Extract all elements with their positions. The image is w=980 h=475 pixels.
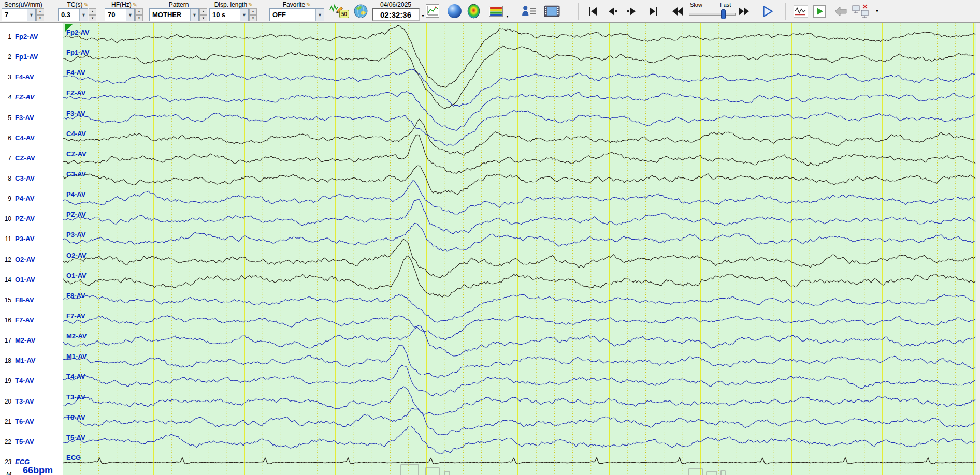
- channel-row-P4-AV[interactable]: 9P4-AV: [0, 195, 63, 204]
- edit-pencil-icon[interactable]: ✎: [133, 2, 137, 8]
- hf-spinner[interactable]: ▲▼: [135, 8, 143, 21]
- network-options-arrow[interactable]: ▼: [875, 9, 879, 13]
- waveform-review-button[interactable]: [794, 5, 808, 18]
- notch-filter-button[interactable]: 50: [339, 10, 349, 18]
- channel-row-Fp1-AV[interactable]: 2Fp1-AV: [0, 53, 63, 62]
- channel-row-T6-AV[interactable]: 21T6-AV: [0, 418, 63, 427]
- video-icon: [544, 5, 560, 18]
- topography-map-button[interactable]: [466, 4, 481, 19]
- network-button[interactable]: [852, 4, 869, 19]
- channel-row-T4-AV[interactable]: 19T4-AV: [0, 377, 63, 386]
- channel-row-PZ-AV[interactable]: 10PZ-AV: [0, 215, 63, 224]
- globe-button[interactable]: [353, 4, 368, 19]
- edit-pencil-icon[interactable]: ✎: [248, 2, 253, 8]
- edit-pencil-icon[interactable]: ✎: [83, 2, 88, 8]
- step-forward-icon: [626, 5, 638, 18]
- channel-sidebar: 66bpm M 1Fp2-AV2Fp1-AV3F4-AV4FZ-AV5F3-AV…: [0, 23, 63, 475]
- channel-row-M2-AV[interactable]: 17M2-AV: [0, 337, 63, 346]
- pattern-spinner[interactable]: ▲▼: [199, 8, 207, 21]
- dsa-button[interactable]: [489, 6, 503, 17]
- trace-FZ-AV: [63, 91, 975, 130]
- trace-ECG: [63, 457, 976, 464]
- skip-to-end-button[interactable]: [647, 5, 660, 18]
- channel-row-F3-AV[interactable]: 5F3-AV: [0, 114, 63, 123]
- speed-slider-track[interactable]: [689, 13, 736, 16]
- channel-number: 10: [0, 215, 11, 222]
- speed-slider[interactable]: [689, 8, 736, 21]
- date-label: 04/06/2025: [372, 1, 420, 8]
- trace-T3-AV: [63, 387, 975, 415]
- chevron-down-icon[interactable]: ▼: [79, 9, 88, 21]
- channel-label: Fp2-AV: [15, 33, 38, 40]
- vertical-scrollbar[interactable]: [976, 23, 980, 475]
- channel-row-T5-AV[interactable]: 22T5-AV: [0, 438, 63, 447]
- sensitivity-dropdown[interactable]: 7 ▼: [2, 8, 36, 21]
- eeg-traces: [63, 25, 976, 464]
- dsa-spectrogram-icon: [489, 6, 503, 17]
- chevron-down-icon[interactable]: ▼: [27, 9, 35, 21]
- speed-slider-thumb[interactable]: [721, 9, 726, 19]
- channel-label: F7-AV: [15, 316, 34, 324]
- channel-row-Fp2-AV[interactable]: 1Fp2-AV: [0, 33, 63, 42]
- video-button[interactable]: [544, 5, 560, 18]
- channel-row-O1-AV[interactable]: 14O1-AV: [0, 276, 63, 285]
- waveform-review-icon: [794, 5, 808, 18]
- pattern-dropdown[interactable]: MOTHER ▼: [149, 8, 199, 21]
- channel-row-T3-AV[interactable]: 20T3-AV: [0, 398, 63, 407]
- sensitivity-spinner[interactable]: ▲▼: [36, 8, 44, 21]
- fast-forward-button[interactable]: [738, 5, 750, 18]
- time-options-arrow[interactable]: ▼: [421, 14, 425, 18]
- skip-to-start-button[interactable]: [586, 5, 599, 18]
- display-length-spinner[interactable]: ▲▼: [249, 8, 257, 21]
- auto-play-button[interactable]: [813, 5, 826, 18]
- channel-number: 4: [0, 94, 11, 101]
- chevron-down-icon[interactable]: ▼: [315, 9, 324, 21]
- channel-number: 7: [0, 155, 11, 162]
- channel-row-CZ-AV[interactable]: 7CZ-AV: [0, 155, 63, 164]
- trace-T4-AV: [63, 365, 975, 396]
- patient-info-button[interactable]: [521, 4, 537, 18]
- edit-pencil-icon[interactable]: ✎: [306, 2, 311, 8]
- tc-dropdown[interactable]: 0.3 ▼: [58, 8, 88, 21]
- play-button[interactable]: [760, 5, 774, 18]
- channel-row-F7-AV[interactable]: 16F7-AV: [0, 317, 63, 325]
- brain-3d-map-button[interactable]: [446, 3, 463, 19]
- channel-label: T6-AV: [15, 418, 34, 425]
- step-back-button[interactable]: [606, 5, 618, 18]
- channel-row-C4-AV[interactable]: 6C4-AV: [0, 135, 63, 143]
- favorite-dropdown[interactable]: OFF ▼: [269, 8, 324, 21]
- chevron-down-icon[interactable]: ▼: [240, 9, 248, 21]
- eeg-display[interactable]: Fp2-AVFp1-AVF4-AVFZ-AVF3-AVC4-AVCZ-AVC3-…: [63, 23, 976, 475]
- channel-number: 1: [0, 33, 11, 40]
- channel-row-F8-AV[interactable]: 15F8-AV: [0, 296, 63, 305]
- tc-spinner[interactable]: ▲▼: [89, 8, 96, 21]
- trend-button[interactable]: [426, 4, 439, 18]
- speed-slow-label: Slow: [690, 2, 702, 8]
- channel-row-ECG[interactable]: 23ECG: [0, 458, 63, 467]
- channel-row-P3-AV[interactable]: 11P3-AV: [0, 235, 63, 244]
- chevron-down-icon[interactable]: ▼: [190, 9, 198, 21]
- trace-F4-AV: [63, 69, 975, 107]
- channel-row-M1-AV[interactable]: 18M1-AV: [0, 357, 63, 366]
- event-flag-icon[interactable]: [65, 24, 73, 32]
- dsa-options-arrow[interactable]: ▼: [506, 14, 509, 18]
- hf-dropdown[interactable]: 70 ▼: [105, 8, 135, 21]
- marker-channel-label: M: [0, 471, 11, 475]
- channel-row-O2-AV[interactable]: 12O2-AV: [0, 256, 63, 265]
- channel-number: 21: [0, 418, 11, 425]
- toolbar-separator: [578, 3, 579, 20]
- trace-O2-AV: [63, 239, 975, 277]
- display-length-dropdown[interactable]: 10 s ▼: [209, 8, 249, 21]
- step-forward-button[interactable]: [626, 5, 638, 18]
- hf-value: 70: [105, 11, 115, 19]
- chevron-down-icon[interactable]: ▼: [126, 9, 134, 21]
- channel-row-F4-AV[interactable]: 3F4-AV: [0, 73, 63, 82]
- back-button[interactable]: [834, 6, 847, 17]
- sensitivity-group: Sens(uV/mm) 7 ▼ ▲▼: [2, 1, 45, 21]
- rewind-button[interactable]: [671, 5, 684, 18]
- channel-row-FZ-AV[interactable]: 4FZ-AV: [0, 94, 63, 102]
- trace-M2-AV: [63, 325, 975, 357]
- fast-forward-icon: [738, 5, 750, 18]
- eeg-review-app: Sens(uV/mm) 7 ▼ ▲▼ TC(s)✎ 0.3 ▼ ▲▼ HF(Hz…: [0, 0, 980, 475]
- channel-row-C3-AV[interactable]: 8C3-AV: [0, 175, 63, 184]
